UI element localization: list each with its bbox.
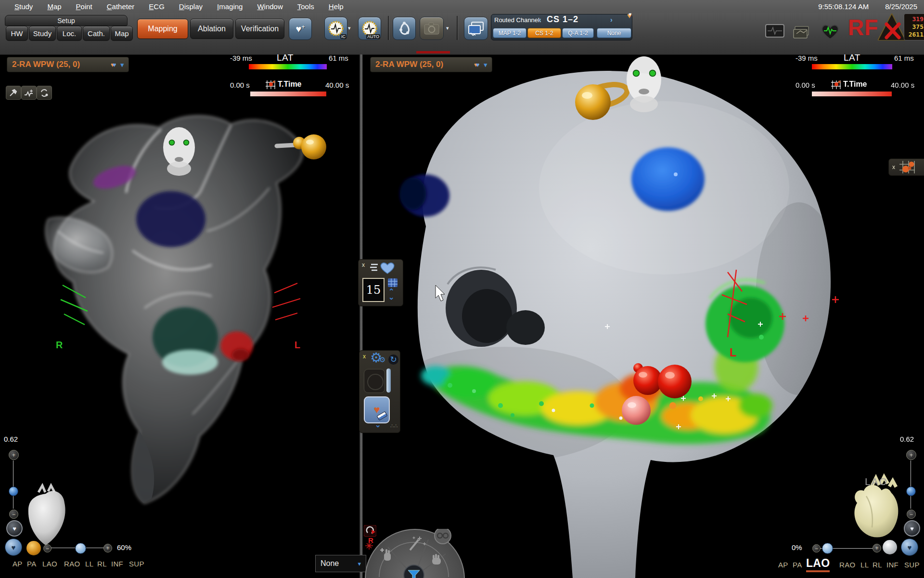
menu-study[interactable]: Study — [14, 2, 33, 11]
left-view-rl[interactable]: RL — [97, 560, 107, 568]
menu-ecg[interactable]: ECG — [149, 2, 165, 11]
left-map-selector[interactable]: 2-RA WPW (25, 0) ♥♥ ▾ — [7, 57, 129, 72]
menu-window[interactable]: Window — [257, 2, 282, 11]
eraser-tool-button[interactable]: ♥ — [364, 396, 390, 423]
ablation-button[interactable]: Ablation — [190, 19, 233, 39]
spinner-down-button[interactable]: ⌄ — [388, 294, 395, 300]
close-icon[interactable]: x — [363, 354, 366, 359]
right-tt-colorbar[interactable] — [812, 92, 892, 96]
verification-button[interactable]: Verification — [235, 19, 284, 39]
right-map-mesh[interactable]: L — [380, 56, 898, 578]
auto-timing-button[interactable]: AUTO — [358, 17, 381, 40]
right-view-inf[interactable]: INF — [886, 561, 898, 569]
right-vslider-handle[interactable] — [906, 486, 916, 496]
viewport-divider[interactable] — [359, 54, 363, 578]
left-orientation-globe[interactable]: ♥ — [5, 539, 22, 556]
signals-monitor-icon[interactable] — [765, 24, 784, 41]
left-zoom-plus[interactable] — [103, 544, 112, 552]
left-lat-colorbar[interactable] — [249, 64, 327, 69]
left-vslider-track[interactable] — [13, 460, 13, 509]
menu-help[interactable]: Help — [329, 2, 344, 11]
fill-threshold-tool[interactable] — [6, 86, 21, 100]
left-zoom-minus[interactable] — [43, 544, 51, 552]
left-heart-view-button[interactable]: ♥ — [6, 520, 23, 537]
carto-mapping-window: R L — [0, 0, 924, 578]
left-view-inf[interactable]: INF — [111, 560, 123, 568]
tools-scrollbar[interactable] — [386, 368, 391, 393]
menu-tools[interactable]: Tools — [297, 2, 314, 11]
channel-cs12-button[interactable]: CS 1-2 — [527, 28, 561, 38]
setup-tab-map[interactable]: Map — [111, 26, 133, 41]
catheter-setup-button[interactable] — [393, 17, 416, 40]
right-zoom-minus[interactable] — [812, 544, 821, 552]
left-view-pa[interactable]: PA — [27, 560, 37, 568]
left-vslider-handle[interactable] — [9, 486, 18, 496]
menu-point[interactable]: Point — [76, 2, 92, 11]
ic-dropdown-chevron[interactable]: ▾ — [348, 25, 351, 31]
right-view-ap[interactable]: AP — [778, 561, 788, 569]
left-tt-min: 0.00 s — [230, 81, 250, 89]
setup-tab-hw[interactable]: HW — [6, 26, 28, 41]
right-map-selector[interactable]: 2-RA WPW (25, 0) ♥♥ ▾ — [370, 57, 492, 72]
menu-catheter[interactable]: Catheter — [107, 2, 135, 11]
right-orientation-globe[interactable]: ♥ — [901, 539, 918, 556]
snapshot-dropdown-chevron[interactable]: ▾ — [446, 25, 449, 31]
right-white-marker-button[interactable] — [883, 540, 897, 554]
channel-none-button[interactable]: None — [597, 28, 631, 38]
right-zoom-readout: 0% — [792, 543, 802, 552]
left-view-sup[interactable]: SUP — [129, 560, 144, 568]
menu-map[interactable]: Map — [47, 2, 61, 11]
routed-next-arrow[interactable]: › — [610, 16, 613, 24]
right-view-sup[interactable]: SUP — [904, 561, 920, 569]
menu-display[interactable]: Display — [179, 2, 203, 11]
right-zoom-plus[interactable] — [873, 544, 881, 552]
redo-icon[interactable]: ↻ — [388, 355, 398, 365]
right-heart-view-button[interactable]: ♥ — [904, 520, 920, 537]
right-view-rl[interactable]: RL — [873, 561, 882, 569]
setup-tab-loc[interactable]: Loc. — [57, 26, 82, 41]
left-zoom-handle[interactable] — [75, 543, 86, 554]
right-view-rao[interactable]: RAO — [839, 561, 855, 569]
rf-indicator: RF — [848, 14, 878, 40]
setup-tab-study[interactable]: Study — [29, 26, 56, 41]
map-fill-dropdown[interactable]: None ▾ — [315, 555, 366, 572]
cine-layers-icon[interactable] — [793, 25, 810, 41]
ic-timing-button[interactable]: IC — [324, 17, 347, 40]
right-view-ll[interactable]: LL — [860, 561, 869, 569]
menu-imaging[interactable]: Imaging — [217, 2, 243, 11]
panel-resize-grip[interactable]: ∴∴ — [390, 423, 398, 429]
acquire-point-button[interactable]: ♥+ — [289, 18, 312, 40]
sphere-tool-button[interactable] — [364, 369, 385, 393]
mapping-button[interactable]: Mapping — [137, 19, 188, 39]
close-icon[interactable]: x — [892, 164, 895, 170]
right-view-lao[interactable]: LAO — [806, 557, 830, 572]
right-view-pa[interactable]: PA — [793, 561, 802, 569]
panel-expand-chevron[interactable]: ⌄ — [375, 422, 381, 428]
right-vslider-minus[interactable] — [907, 510, 916, 519]
projection-distance-field[interactable]: 15 — [362, 278, 385, 302]
right-lat-colorbar[interactable] — [812, 64, 892, 69]
channel-map12-button[interactable]: MAP 1-2 — [493, 28, 526, 38]
right-vslider-track[interactable] — [911, 460, 911, 509]
left-vslider-minus[interactable] — [9, 510, 18, 519]
screen-layout-button[interactable] — [464, 17, 488, 40]
left-view-ll[interactable]: LL — [85, 560, 93, 568]
add-signal-tool[interactable] — [21, 86, 37, 100]
left-view-ap[interactable]: AP — [13, 560, 23, 568]
close-icon[interactable]: x — [362, 262, 365, 268]
right-zoom-handle[interactable] — [822, 543, 833, 554]
routed-prev-arrow[interactable]: ‹ — [539, 16, 541, 24]
sync-views-tool[interactable] — [37, 86, 52, 100]
left-map-mesh[interactable]: R L — [28, 116, 326, 545]
setup-tab-cath[interactable]: Cath. — [83, 26, 110, 41]
left-vslider-plus[interactable] — [9, 450, 19, 460]
right-vslider-plus[interactable] — [906, 450, 916, 460]
left-view-lao[interactable]: LAO — [42, 560, 57, 568]
left-view-rao[interactable]: RAO — [64, 560, 80, 568]
channel-qa12-button[interactable]: Q-A 1-2 — [562, 28, 594, 38]
3d-scene-layer[interactable]: R L — [0, 54, 924, 578]
ecg-heart-icon[interactable] — [820, 23, 840, 42]
left-gold-marker-button[interactable] — [26, 541, 41, 555]
snapshot-button[interactable] — [420, 17, 444, 40]
left-tt-colorbar[interactable] — [250, 92, 326, 96]
